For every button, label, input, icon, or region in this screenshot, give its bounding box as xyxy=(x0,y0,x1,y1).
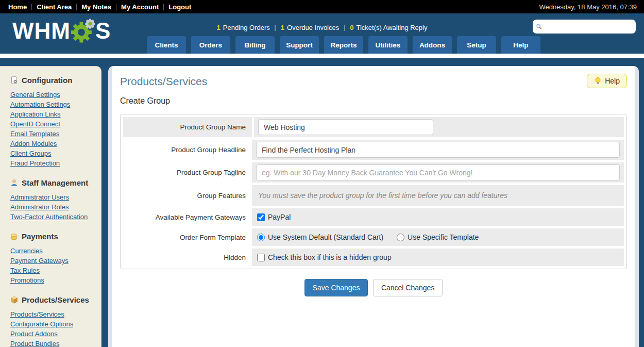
sidebar-link-administrator-roles[interactable]: Administrator Roles xyxy=(10,202,96,212)
tickets-awaiting-count: 0 xyxy=(350,24,353,31)
topbar-link-client-area[interactable]: Client Area xyxy=(32,3,76,11)
logo-text-whm: WHM xyxy=(12,20,71,42)
sidebar-section-title: Payments xyxy=(22,232,58,241)
sidebar-link-application-links[interactable]: Application Links xyxy=(10,109,96,119)
specific-template-radio[interactable] xyxy=(397,234,404,241)
hidden-checkbox-option[interactable]: Check this box if this is a hidden group xyxy=(256,251,393,263)
sidebar-link-fraud-protection[interactable]: Fraud Protection xyxy=(10,158,96,168)
config-icon xyxy=(10,76,18,84)
status-summary-bar: 1 Pending Orders 1 Overdue Invoices 0 Ti… xyxy=(217,24,428,31)
setup-sidebar: Configuration General Settings Automatio… xyxy=(0,66,101,347)
sidebar-link-openid-connect[interactable]: OpenID Connect xyxy=(10,119,96,129)
tab-support[interactable]: Support xyxy=(280,36,319,54)
topbar-link-logout[interactable]: Logout xyxy=(164,3,196,11)
tab-billing[interactable]: Billing xyxy=(235,36,275,54)
field-label-payment-gateways: Available Payment Gateways xyxy=(123,208,252,226)
paypal-checkbox-option[interactable]: PayPal xyxy=(256,211,292,223)
tab-reports[interactable]: Reports xyxy=(324,36,363,54)
form-row-payment-gateways: Available Payment Gateways PayPal xyxy=(123,208,624,226)
divider xyxy=(275,25,276,31)
gear-logo-icon xyxy=(70,18,96,44)
sidebar-link-product-addons[interactable]: Product Addons xyxy=(10,329,96,339)
sidebar-link-client-groups[interactable]: Client Groups xyxy=(10,148,96,158)
sidebar-link-administrator-users[interactable]: Administrator Users xyxy=(10,192,96,202)
field-label-order-form-template: Order Form Template xyxy=(123,228,252,246)
sidebar-link-products-services[interactable]: Products/Services xyxy=(10,309,96,319)
form-actions: Save Changes Cancel Changes xyxy=(120,279,627,296)
form-row-product-group-tagline: Product Group Tagline xyxy=(123,162,624,183)
sidebar-link-addon-modules[interactable]: Addon Modules xyxy=(10,139,96,148)
tab-help[interactable]: Help xyxy=(501,36,540,54)
sidebar-links-configuration: General Settings Automation Settings App… xyxy=(10,90,96,168)
tickets-awaiting-label[interactable]: Ticket(s) Awaiting Reply xyxy=(356,24,427,31)
form-row-product-group-name: Product Group Name xyxy=(123,117,624,137)
top-utility-bar: Home Client Area My Notes My Account Log… xyxy=(0,0,644,13)
sidebar-section-title: Configuration xyxy=(22,76,72,85)
tab-addons[interactable]: Addons xyxy=(413,36,452,54)
tab-utilities[interactable]: Utilities xyxy=(368,36,408,54)
system-default-radio-option[interactable]: Use System Default (Standard Cart) xyxy=(256,231,384,243)
specific-template-radio-option[interactable]: Use Specific Template xyxy=(396,231,480,243)
sidebar-link-email-templates[interactable]: Email Templates xyxy=(10,129,96,139)
coins-icon xyxy=(10,233,18,240)
page-title: Products/Services xyxy=(120,75,627,88)
form-row-hidden: Hidden Check this box if this is a hidde… xyxy=(123,249,624,266)
save-changes-button[interactable]: Save Changes xyxy=(304,279,368,296)
sidebar-section-staff-management: Staff Management xyxy=(10,178,96,187)
sidebar-link-two-factor-authentication[interactable]: Two-Factor Authentication xyxy=(10,212,96,222)
search-input[interactable] xyxy=(542,22,633,32)
group-features-note: You must save the product group for the … xyxy=(256,187,510,204)
sidebar-link-product-bundles[interactable]: Product Bundles xyxy=(10,339,96,347)
main-nav-tabs: Clients Orders Billing Support Reports U… xyxy=(147,36,540,54)
sidebar-link-configurable-options[interactable]: Configurable Options xyxy=(10,319,96,329)
hidden-checkbox[interactable] xyxy=(257,254,265,261)
sidebar-link-currencies[interactable]: Currencies xyxy=(10,246,96,256)
sidebar-link-payment-gateways[interactable]: Payment Gateways xyxy=(10,256,96,266)
topbar-link-my-notes[interactable]: My Notes xyxy=(77,3,116,11)
system-default-radio[interactable] xyxy=(257,234,265,241)
form-row-product-group-headline: Product Group Headline xyxy=(123,140,624,160)
sidebar-link-general-settings[interactable]: General Settings xyxy=(10,90,96,100)
app-header: WHM xyxy=(0,13,644,54)
sidebar-section-title: Staff Management xyxy=(22,178,88,187)
sidebar-link-tax-rules[interactable]: Tax Rules xyxy=(10,266,96,275)
divider xyxy=(344,25,345,31)
tab-clients[interactable]: Clients xyxy=(147,36,186,54)
global-search-box[interactable] xyxy=(533,20,636,34)
whmcs-logo: WHM xyxy=(12,18,111,44)
tab-setup[interactable]: Setup xyxy=(457,36,496,54)
header-divider-strip xyxy=(0,54,644,58)
tab-orders[interactable]: Orders xyxy=(191,36,230,54)
field-label-product-group-name: Product Group Name xyxy=(123,117,252,137)
field-label-hidden: Hidden xyxy=(123,249,252,266)
product-group-name-input[interactable] xyxy=(258,119,433,135)
pending-orders-label[interactable]: Pending Orders xyxy=(223,24,270,31)
overdue-invoices-count: 1 xyxy=(281,24,284,31)
paypal-checkbox[interactable] xyxy=(257,213,265,221)
specific-template-radio-label: Use Specific Template xyxy=(408,233,479,241)
current-datetime: Wednesday, 18 May 2016, 07:39 xyxy=(539,3,637,11)
lightbulb-icon xyxy=(594,77,602,85)
product-group-headline-input[interactable] xyxy=(256,142,620,158)
paypal-checkbox-label: PayPal xyxy=(268,213,291,221)
topbar-link-my-account[interactable]: My Account xyxy=(116,3,163,11)
field-label-product-group-headline: Product Group Headline xyxy=(123,140,252,160)
cancel-changes-button[interactable]: Cancel Changes xyxy=(373,279,443,296)
help-button-label: Help xyxy=(605,77,620,85)
sidebar-link-automation-settings[interactable]: Automation Settings xyxy=(10,100,96,109)
overdue-invoices-label[interactable]: Overdue Invoices xyxy=(287,24,339,31)
section-title-create-group: Create Group xyxy=(120,96,627,106)
logo-text-s: S xyxy=(95,20,111,42)
sidebar-links-products-services: Products/Services Configurable Options P… xyxy=(10,309,96,347)
hidden-checkbox-label: Check this box if this is a hidden group xyxy=(268,253,392,261)
sidebar-link-promotions[interactable]: Promotions xyxy=(10,275,96,285)
field-label-product-group-tagline: Product Group Tagline xyxy=(123,162,252,183)
box-icon xyxy=(10,296,18,304)
form-row-order-form-template: Order Form Template Use System Default (… xyxy=(123,228,624,246)
page-background: Configuration General Settings Automatio… xyxy=(0,58,644,347)
sidebar-links-payments: Currencies Payment Gateways Tax Rules Pr… xyxy=(10,246,96,285)
topbar-link-home[interactable]: Home xyxy=(7,3,31,11)
sidebar-links-staff-management: Administrator Users Administrator Roles … xyxy=(10,192,96,222)
product-group-tagline-input[interactable] xyxy=(256,164,620,180)
help-button[interactable]: Help xyxy=(587,74,627,88)
